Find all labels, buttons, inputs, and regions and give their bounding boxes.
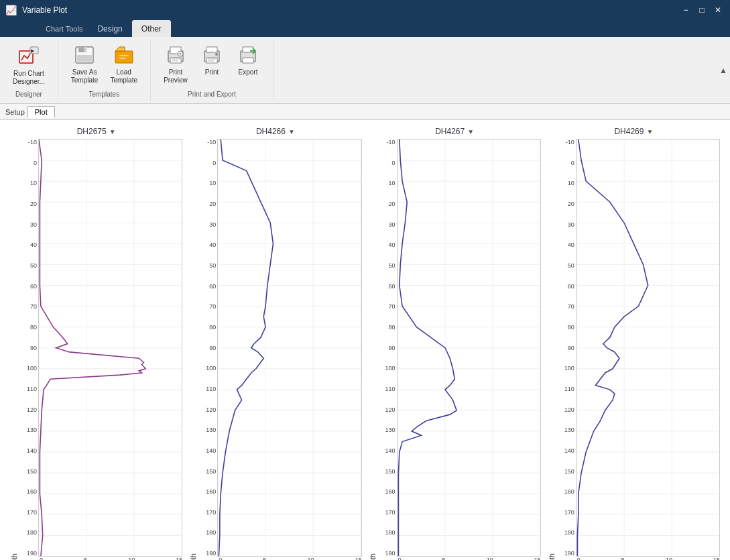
y-tick-label: 60 [198, 283, 216, 290]
print-preview-button[interactable]: ? PrintPreview [159, 42, 192, 88]
setup-label: Setup [5, 108, 25, 116]
templates-section-label: Templates [89, 91, 120, 98]
plot-tab[interactable]: Plot [27, 106, 55, 118]
y-tick-label: 110 [198, 386, 216, 392]
ribbon-collapse-button[interactable]: ▲ [717, 37, 730, 103]
chart-svg-DH4267 [398, 139, 540, 556]
y-tick-label: 190 [557, 550, 574, 557]
x-tick-label: 10 [487, 557, 493, 560]
y-tick-label: 130 [378, 427, 396, 433]
x-tick-label: 10 [128, 557, 135, 560]
x-tick-label: 0 [219, 557, 222, 560]
x-tick-label: 15 [355, 557, 361, 560]
ribbon-section-designer: ▶ Run ChartDesigner... Designer [0, 40, 58, 101]
y-tick-label: 90 [378, 345, 396, 351]
designer-section-label: Designer [15, 91, 42, 98]
chart-dropdown-DH4266[interactable]: ▼ [288, 128, 295, 135]
tab-other[interactable]: Other [132, 20, 171, 37]
y-tick-label: 120 [378, 406, 396, 413]
print-button[interactable]: Print [195, 42, 229, 80]
chart-inner-DH2675: Depth-1001020304050607080901001101201301… [10, 139, 182, 560]
y-tick-label: 100 [19, 365, 37, 372]
chart-area: DH2675 ▼Depth-10010203040506070809010011… [0, 120, 730, 560]
y-tick-label: 190 [19, 550, 37, 557]
chart-tools-label: Chart Tools [40, 20, 88, 37]
tab-design[interactable]: Design [88, 20, 131, 37]
y-tick-label: -10 [198, 139, 216, 146]
run-chart-label: Run ChartDesigner... [13, 70, 45, 86]
chart-dropdown-DH2675[interactable]: ▼ [109, 128, 116, 135]
plot-area-DH4267 [397, 139, 541, 557]
app-title: Variable Plot [22, 5, 67, 15]
x-tick-label: 5 [84, 557, 87, 560]
svg-rect-5 [84, 47, 86, 52]
x-ticks-DH4269: 051015 [557, 557, 720, 560]
title-bar: 📈 Variable Plot − □ ✕ [0, 0, 730, 20]
ribbon-section-print-export: ? PrintPreview [151, 40, 273, 101]
chart-dropdown-DH4269[interactable]: ▼ [646, 128, 653, 135]
y-tick-label: 70 [557, 303, 574, 310]
chart-title-DH4269: DH4269 ▼ [614, 127, 653, 136]
y-tick-label: 30 [557, 221, 574, 228]
y-tick-label: 140 [557, 447, 574, 454]
close-button[interactable]: ✕ [711, 3, 725, 17]
y-tick-label: 90 [557, 345, 574, 351]
svg-rect-16 [172, 60, 178, 62]
y-tick-label: 170 [557, 509, 574, 516]
chart-panel-DH4266: DH4266 ▼Depth-10010203040506070809010011… [186, 127, 365, 560]
print-preview-label: PrintPreview [164, 68, 188, 85]
y-tick-label: 150 [198, 468, 216, 475]
chart-title-DH4267: DH4267 ▼ [435, 127, 474, 136]
y-tick-label: 0 [378, 160, 396, 166]
y-tick-label: 150 [19, 468, 37, 475]
save-template-icon [74, 46, 95, 67]
y-tick-label: 0 [557, 160, 574, 166]
y-tick-label: 70 [19, 303, 37, 310]
run-chart-designer-button[interactable]: ▶ Run ChartDesigner... [8, 42, 50, 89]
y-tick-label: 140 [19, 447, 37, 454]
y-tick-label: 20 [557, 201, 574, 207]
chart-dropdown-DH4267[interactable]: ▼ [467, 128, 474, 135]
svg-rect-25 [243, 58, 253, 63]
y-tick-label: -10 [378, 139, 396, 146]
y-tick-label: 160 [378, 488, 396, 495]
y-tick-label: 10 [19, 180, 37, 186]
x-tick-label: 5 [621, 557, 625, 560]
chart-panel-DH2675: DH2675 ▼Depth-10010203040506070809010011… [7, 127, 186, 560]
print-export-buttons: ? PrintPreview [159, 42, 265, 89]
plot-area-DH4269 [576, 139, 720, 557]
y-tick-label: 170 [378, 509, 396, 516]
export-label: Export [239, 68, 258, 76]
y-tick-label: 10 [198, 180, 216, 186]
y-tick-label: 50 [198, 262, 216, 269]
y-tick-label: 160 [19, 488, 37, 495]
y-tick-label: 180 [198, 529, 216, 536]
svg-point-22 [215, 53, 218, 56]
y-tick-label: 30 [19, 221, 37, 228]
load-template-button[interactable]: LoadTemplate [105, 42, 142, 88]
y-tick-label: 70 [198, 303, 216, 310]
svg-rect-18 [206, 47, 217, 52]
y-tick-label: 40 [557, 241, 574, 248]
y-tick-label: 0 [198, 160, 216, 166]
y-tick-label: 140 [198, 447, 216, 454]
minimize-button[interactable]: − [679, 3, 692, 17]
y-tick-label: 80 [198, 324, 216, 331]
export-button[interactable]: Export [231, 42, 265, 80]
setup-bar: Setup Plot [0, 104, 730, 120]
y-tick-label: 170 [19, 509, 37, 516]
y-tick-label: 120 [557, 406, 574, 413]
print-label: Print [205, 68, 219, 76]
y-tick-label: 60 [378, 283, 396, 290]
svg-rect-15 [172, 58, 180, 60]
svg-rect-6 [77, 55, 92, 62]
y-tick-label: 80 [19, 324, 37, 331]
y-tick-label: 170 [198, 509, 216, 516]
y-tick-label: 20 [19, 201, 37, 207]
y-tick-label: 90 [19, 345, 37, 351]
save-template-button[interactable]: Save AsTemplate [66, 42, 103, 88]
y-tick-label: 150 [557, 468, 574, 475]
y-ticks-DH4266: -100102030405060708090100110120130140150… [198, 139, 217, 557]
y-tick-label: 60 [557, 283, 574, 290]
maximize-button[interactable]: □ [695, 3, 709, 17]
